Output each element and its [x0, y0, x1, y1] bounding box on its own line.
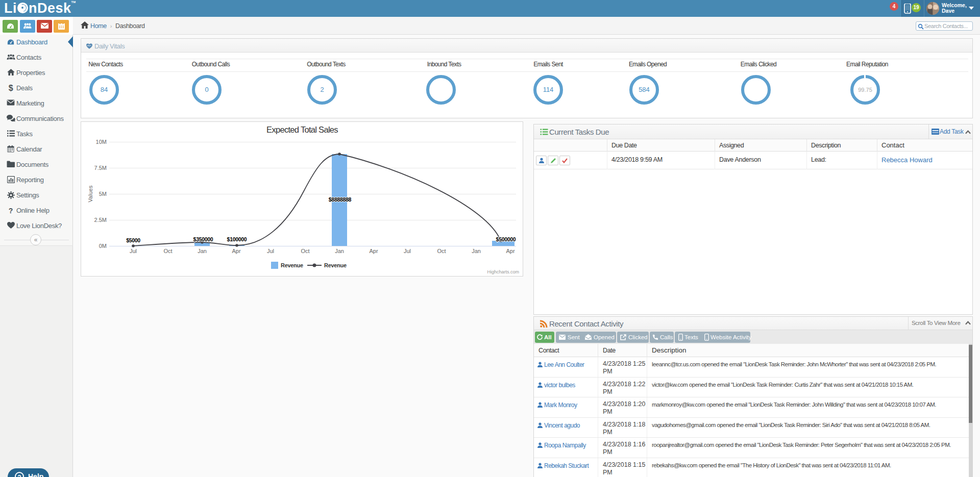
svg-text:Apr: Apr: [506, 248, 514, 254]
svg-text:7.5M: 7.5M: [94, 165, 107, 171]
svg-text:$8888888: $8888888: [329, 196, 352, 203]
svg-text:Values: Values: [87, 185, 93, 202]
svg-text:Jul: Jul: [130, 248, 137, 254]
svg-text:$500000: $500000: [496, 236, 516, 242]
svg-text:Jan: Jan: [335, 248, 344, 254]
svg-text:Revenue: Revenue: [281, 262, 303, 268]
svg-text:0M: 0M: [99, 243, 107, 249]
svg-text:Jan: Jan: [472, 248, 481, 254]
svg-text:Revenue: Revenue: [324, 262, 347, 268]
svg-text:Oct: Oct: [163, 248, 172, 254]
svg-text:10M: 10M: [96, 139, 107, 145]
svg-text:Oct: Oct: [301, 248, 309, 254]
svg-text:Jul: Jul: [404, 248, 411, 254]
svg-text:Apr: Apr: [232, 248, 240, 254]
svg-text:$350000: $350000: [193, 236, 213, 242]
svg-text:Apr: Apr: [369, 248, 378, 254]
svg-text:Jul: Jul: [267, 248, 274, 254]
svg-text:Highcharts.com: Highcharts.com: [487, 269, 519, 274]
svg-text:Jan: Jan: [198, 248, 207, 254]
svg-text:5M: 5M: [99, 191, 107, 197]
svg-text:2.5M: 2.5M: [94, 217, 107, 223]
svg-text:Oct: Oct: [437, 248, 446, 254]
svg-text:$5000: $5000: [126, 237, 140, 243]
svg-text:$100000: $100000: [227, 236, 247, 242]
svg-text:Expected Total Sales: Expected Total Sales: [266, 125, 338, 134]
